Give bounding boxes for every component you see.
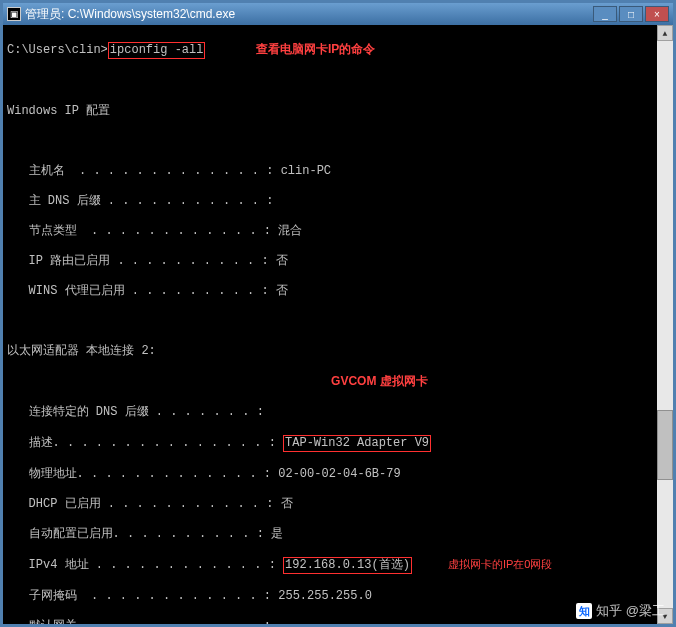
eth-desc-value: TAP-Win32 Adapter V9 xyxy=(283,435,431,452)
eth-dns-suffix-label: 连接特定的 DNS 后缀 . . . . . . . : xyxy=(7,405,271,419)
ip-routing-value: 否 xyxy=(276,254,288,268)
zhihu-icon: 知 xyxy=(576,603,592,619)
watermark: 知 知乎 @梁工 xyxy=(576,602,665,620)
app-icon: ▣ xyxy=(7,7,21,21)
scroll-thumb[interactable] xyxy=(657,410,673,480)
eth-gw-label: 默认网关. . . . . . . . . . . . . : xyxy=(7,619,278,624)
ip-routing-label: IP 路由已启用 . . . . . . . . . . : xyxy=(7,254,276,268)
watermark-text: 知乎 @梁工 xyxy=(596,602,665,620)
section-header-eth: 以太网适配器 本地连接 2: xyxy=(7,344,669,359)
node-type-value: 混合 xyxy=(278,224,302,238)
minimize-button[interactable]: _ xyxy=(593,6,617,22)
command-typed: ipconfig -all xyxy=(108,42,206,59)
maximize-button[interactable]: □ xyxy=(619,6,643,22)
node-type-label: 节点类型 . . . . . . . . . . . . : xyxy=(7,224,278,238)
eth-autoconf-value: 是 xyxy=(271,527,283,541)
prompt: C:\Users\clin> xyxy=(7,43,108,57)
window-title: 管理员: C:\Windows\system32\cmd.exe xyxy=(25,6,593,23)
wins-proxy-label: WINS 代理已启用 . . . . . . . . . : xyxy=(7,284,276,298)
eth-ipv4-label: IPv4 地址 . . . . . . . . . . . . : xyxy=(7,558,283,572)
host-name-value: clin-PC xyxy=(281,164,331,178)
wins-proxy-value: 否 xyxy=(276,284,288,298)
close-button[interactable]: × xyxy=(645,6,669,22)
dns-suffix-label: 主 DNS 后缀 . . . . . . . . . . . : xyxy=(7,194,281,208)
eth-mask-value: 255.255.255.0 xyxy=(278,589,372,603)
eth-desc-label: 描述. . . . . . . . . . . . . . . : xyxy=(7,436,283,450)
scroll-up-button[interactable]: ▲ xyxy=(657,25,673,41)
vertical-scrollbar[interactable]: ▲ ▼ xyxy=(657,25,673,624)
host-name-label: 主机名 . . . . . . . . . . . . . : xyxy=(7,164,281,178)
eth-dhcp-label: DHCP 已启用 . . . . . . . . . . . : xyxy=(7,497,281,511)
eth-mac-value: 02-00-02-04-6B-79 xyxy=(278,467,400,481)
eth-mask-label: 子网掩码 . . . . . . . . . . . . : xyxy=(7,589,278,603)
terminal-output[interactable]: C:\Users\clin>ipconfig -all 查看电脑网卡IP的命令 … xyxy=(3,25,673,624)
annotation-virtual-ip: 虚拟网卡的IP在0网段 xyxy=(448,558,553,570)
section-header-ipconfig: Windows IP 配置 xyxy=(7,104,669,119)
annotation-gvcom: GVCOM 虚拟网卡 xyxy=(331,374,428,388)
cmd-window: ▣ 管理员: C:\Windows\system32\cmd.exe _ □ ×… xyxy=(0,0,676,627)
annotation-cmd: 查看电脑网卡IP的命令 xyxy=(256,42,375,56)
eth-mac-label: 物理地址. . . . . . . . . . . . . : xyxy=(7,467,278,481)
eth-autoconf-label: 自动配置已启用. . . . . . . . . . : xyxy=(7,527,271,541)
scroll-track[interactable] xyxy=(657,41,673,608)
eth-ipv4-value: 192.168.0.13(首选) xyxy=(283,557,412,574)
titlebar[interactable]: ▣ 管理员: C:\Windows\system32\cmd.exe _ □ × xyxy=(3,3,673,25)
eth-dhcp-value: 否 xyxy=(281,497,293,511)
